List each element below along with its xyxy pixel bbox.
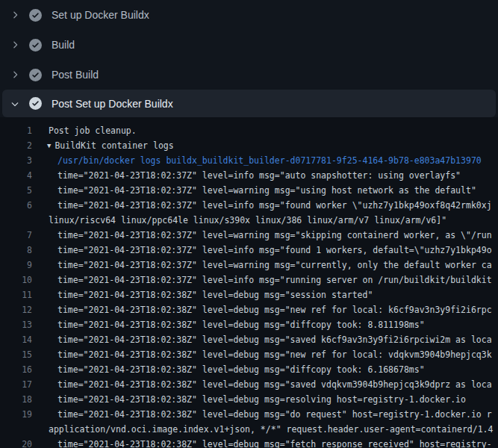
log-line: 17 time="2021-04-23T18:02:38Z" level=deb… [0, 377, 498, 392]
log-line-number[interactable]: 5 [0, 183, 32, 198]
log-line-number[interactable]: 8 [0, 243, 32, 258]
log-line: 20 time="2021-04-23T18:02:38Z" level=deb… [0, 437, 498, 448]
log-line-text: time="2021-04-23T18:02:37Z" level=warnin… [57, 183, 476, 198]
log-line-text: time="2021-04-23T18:02:38Z" level=debug … [57, 332, 492, 347]
log-line[interactable]: 2 ▼ BuildKit container logs [0, 138, 498, 153]
log-line-number[interactable]: 2 [0, 138, 32, 153]
log-line: 11 time="2021-04-23T18:02:38Z" level=deb… [0, 287, 498, 302]
log-line: 13 time="2021-04-23T18:02:38Z" level=deb… [0, 317, 498, 332]
log-line-text: time="2021-04-23T18:02:38Z" level=debug … [57, 362, 425, 377]
step-title: Post Build [52, 69, 99, 81]
log-line: 15 time="2021-04-23T18:02:38Z" level=deb… [0, 347, 498, 362]
log-line: 19 time="2021-04-23T18:02:38Z" level=deb… [0, 407, 498, 422]
log-line-text: time="2021-04-23T18:02:38Z" level=debug … [57, 437, 492, 448]
chevron-down-icon[interactable] [10, 99, 20, 109]
log-line: 18 time="2021-04-23T18:02:38Z" level=deb… [0, 392, 498, 407]
actions-log-viewer: Set up Docker Buildx Build Post Build [0, 0, 498, 448]
log-line-number[interactable]: 10 [0, 273, 32, 287]
log-line-number[interactable]: 16 [0, 362, 32, 377]
log-line: 4 time="2021-04-23T18:02:37Z" level=info… [0, 168, 498, 183]
log-line-text: time="2021-04-23T18:02:37Z" level=info m… [57, 168, 461, 183]
log-line-number[interactable]: 12 [0, 302, 32, 317]
step-row[interactable]: Build [0, 30, 498, 60]
log-area: 1 Post job cleanup. 2 ▼ BuildKit contain… [0, 117, 498, 448]
log-line-number[interactable]: 7 [0, 228, 32, 243]
log-line-number[interactable] [0, 422, 32, 437]
log-line-text: BuildKit container logs [55, 138, 173, 153]
check-circle-icon [29, 39, 42, 52]
chevron-right-icon[interactable] [10, 40, 20, 50]
step-list: Set up Docker Buildx Build Post Build [0, 0, 498, 117]
log-line-text: time="2021-04-23T18:02:37Z" level=info m… [57, 273, 492, 287]
step-row[interactable]: Post Set up Docker Buildx [2, 90, 496, 117]
log-line: 9 time="2021-04-23T18:02:37Z" level=warn… [0, 258, 498, 273]
chevron-right-icon[interactable] [10, 10, 20, 20]
log-line-text: time="2021-04-23T18:02:38Z" level=debug … [57, 392, 466, 407]
log-line-number[interactable]: 9 [0, 258, 32, 273]
log-line-number[interactable]: 20 [0, 437, 32, 448]
log-line: 10 time="2021-04-23T18:02:37Z" level=inf… [0, 273, 498, 287]
log-line: 5 time="2021-04-23T18:02:37Z" level=warn… [0, 183, 498, 198]
log-line: 3 /usr/bin/docker logs buildx_buildkit_b… [0, 153, 498, 168]
step-row[interactable]: Post Build [0, 60, 498, 90]
log-line-number[interactable]: 19 [0, 407, 32, 422]
step-title: Build [52, 39, 75, 51]
log-line-number[interactable]: 11 [0, 287, 32, 302]
chevron-right-icon[interactable] [10, 69, 20, 80]
log-line-text: time="2021-04-23T18:02:38Z" level=debug … [57, 347, 492, 362]
step-title: Set up Docker Buildx [52, 9, 149, 21]
log-line: 6 time="2021-04-23T18:02:37Z" level=info… [0, 198, 498, 213]
log-line-text: Post job cleanup. [49, 123, 137, 138]
command-line-text: /usr/bin/docker logs buildx_buildkit_bui… [57, 153, 482, 168]
log-line: linux/riscv64 linux/ppc64le linux/s390x … [0, 213, 498, 228]
log-line-text: time="2021-04-23T18:02:38Z" level=debug … [57, 302, 492, 317]
log-line: application/vnd.oci.image.index.v1+json,… [0, 422, 498, 437]
log-line-number[interactable] [0, 213, 32, 228]
log-line-text: time="2021-04-23T18:02:38Z" level=debug … [57, 287, 373, 302]
log-line-number[interactable]: 17 [0, 377, 32, 392]
step-title: Post Set up Docker Buildx [52, 98, 173, 110]
log-line: 16 time="2021-04-23T18:02:38Z" level=deb… [0, 362, 498, 377]
log-line-text: time="2021-04-23T18:02:37Z" level=info m… [57, 243, 492, 258]
log-line: 1 Post job cleanup. [0, 123, 498, 138]
log-line-number[interactable]: 4 [0, 168, 32, 183]
log-line-number[interactable]: 3 [0, 153, 32, 168]
collapse-group-icon[interactable]: ▼ [47, 138, 51, 153]
log-line-text: time="2021-04-23T18:02:38Z" level=debug … [57, 317, 425, 332]
log-line-text: linux/riscv64 linux/ppc64le linux/s390x … [49, 213, 446, 228]
log-line-text: time="2021-04-23T18:02:37Z" level=warnin… [57, 258, 492, 273]
log-line-number[interactable]: 18 [0, 392, 32, 407]
log-line: 12 time="2021-04-23T18:02:38Z" level=deb… [0, 302, 498, 317]
log-line-text: time="2021-04-23T18:02:38Z" level=debug … [57, 407, 492, 422]
log-line-text: time="2021-04-23T18:02:37Z" level=warnin… [57, 228, 492, 243]
log-line-number[interactable]: 1 [0, 123, 32, 138]
log-line-text: time="2021-04-23T18:02:38Z" level=debug … [57, 377, 492, 392]
log-line-number[interactable]: 13 [0, 317, 32, 332]
check-circle-icon [29, 69, 42, 81]
check-circle-icon [29, 97, 42, 110]
log-line-number[interactable]: 15 [0, 347, 32, 362]
log-line: 7 time="2021-04-23T18:02:37Z" level=warn… [0, 228, 498, 243]
check-circle-icon [29, 9, 42, 22]
log-line-text: application/vnd.oci.image.index.v1+json,… [49, 422, 493, 437]
log-line-number[interactable]: 14 [0, 332, 32, 347]
step-row[interactable]: Set up Docker Buildx [0, 0, 498, 30]
log-line: 8 time="2021-04-23T18:02:37Z" level=info… [0, 243, 498, 258]
log-line: 14 time="2021-04-23T18:02:38Z" level=deb… [0, 332, 498, 347]
log-line-text: time="2021-04-23T18:02:37Z" level=info m… [57, 198, 492, 213]
log-line-number[interactable]: 6 [0, 198, 32, 213]
